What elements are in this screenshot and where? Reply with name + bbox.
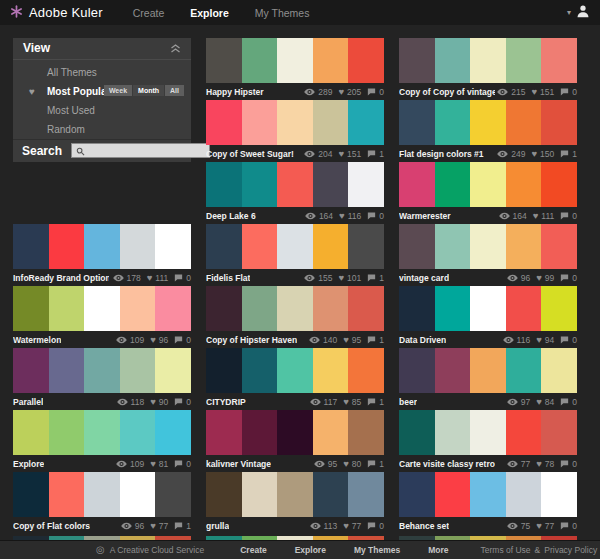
theme-swatches[interactable] bbox=[206, 100, 384, 145]
color-swatch[interactable] bbox=[13, 410, 49, 455]
color-swatch[interactable] bbox=[84, 410, 120, 455]
color-swatch[interactable] bbox=[348, 472, 384, 517]
color-swatch[interactable] bbox=[470, 224, 506, 269]
color-swatch[interactable] bbox=[84, 286, 120, 331]
color-swatch[interactable] bbox=[277, 224, 313, 269]
color-swatch[interactable] bbox=[313, 38, 349, 83]
color-swatch[interactable] bbox=[435, 472, 471, 517]
time-filter-week[interactable]: Week bbox=[104, 85, 132, 96]
theme-card[interactable]: Copy of Flat colors96♥771 bbox=[13, 472, 191, 534]
color-swatch[interactable] bbox=[399, 472, 435, 517]
color-swatch[interactable] bbox=[155, 286, 191, 331]
color-swatch[interactable] bbox=[348, 100, 384, 145]
color-swatch[interactable] bbox=[49, 472, 85, 517]
color-swatch[interactable] bbox=[399, 38, 435, 83]
color-swatch[interactable] bbox=[506, 286, 542, 331]
theme-card[interactable]: Deep Lake 6164♥1160 bbox=[206, 162, 384, 224]
color-swatch[interactable] bbox=[348, 410, 384, 455]
theme-swatches[interactable] bbox=[399, 348, 577, 393]
color-swatch[interactable] bbox=[313, 100, 349, 145]
account-menu[interactable]: ▾ bbox=[567, 4, 590, 22]
color-swatch[interactable] bbox=[277, 286, 313, 331]
color-swatch[interactable] bbox=[541, 286, 577, 331]
theme-swatches[interactable] bbox=[399, 286, 577, 331]
color-swatch[interactable] bbox=[470, 472, 506, 517]
theme-swatches[interactable] bbox=[399, 224, 577, 269]
color-swatch[interactable] bbox=[49, 224, 85, 269]
theme-card[interactable]: InfoReady Brand Option 2178♥1110 bbox=[13, 224, 191, 286]
theme-card[interactable]: grulla113♥770 bbox=[206, 472, 384, 534]
color-swatch[interactable] bbox=[155, 410, 191, 455]
color-swatch[interactable] bbox=[541, 38, 577, 83]
color-swatch[interactable] bbox=[435, 286, 471, 331]
theme-card[interactable]: Parallel118♥900 bbox=[13, 348, 191, 410]
theme-card[interactable]: Data Driven116♥940 bbox=[399, 286, 577, 348]
theme-card[interactable]: Carte visite classy retro77♥780 bbox=[399, 410, 577, 472]
theme-swatches[interactable] bbox=[206, 472, 384, 517]
color-swatch[interactable] bbox=[13, 472, 49, 517]
color-swatch[interactable] bbox=[242, 224, 278, 269]
theme-swatches[interactable] bbox=[206, 410, 384, 455]
color-swatch[interactable] bbox=[277, 348, 313, 393]
theme-swatches[interactable] bbox=[13, 410, 191, 455]
color-swatch[interactable] bbox=[313, 348, 349, 393]
color-swatch[interactable] bbox=[206, 100, 242, 145]
color-swatch[interactable] bbox=[13, 286, 49, 331]
nav-explore[interactable]: Explore bbox=[190, 7, 229, 19]
nav-my-themes[interactable]: My Themes bbox=[255, 7, 310, 19]
color-swatch[interactable] bbox=[49, 286, 85, 331]
color-swatch[interactable] bbox=[206, 224, 242, 269]
color-swatch[interactable] bbox=[313, 162, 349, 207]
color-swatch[interactable] bbox=[120, 410, 156, 455]
theme-swatches[interactable] bbox=[206, 38, 384, 83]
color-swatch[interactable] bbox=[435, 100, 471, 145]
color-swatch[interactable] bbox=[155, 472, 191, 517]
privacy-policy-link[interactable]: Privacy Policy bbox=[544, 545, 597, 555]
theme-swatches[interactable] bbox=[206, 348, 384, 393]
color-swatch[interactable] bbox=[506, 472, 542, 517]
color-swatch[interactable] bbox=[506, 348, 542, 393]
footer-link-more[interactable]: More bbox=[428, 545, 448, 555]
color-swatch[interactable] bbox=[313, 286, 349, 331]
color-swatch[interactable] bbox=[506, 410, 542, 455]
color-swatch[interactable] bbox=[120, 472, 156, 517]
color-swatch[interactable] bbox=[277, 410, 313, 455]
filter-most-popular[interactable]: ♥ Most Popular Week Month All bbox=[13, 82, 191, 101]
nav-create[interactable]: Create bbox=[133, 7, 165, 19]
theme-swatches[interactable] bbox=[399, 410, 577, 455]
color-swatch[interactable] bbox=[277, 162, 313, 207]
color-swatch[interactable] bbox=[206, 162, 242, 207]
color-swatch[interactable] bbox=[155, 348, 191, 393]
color-swatch[interactable] bbox=[506, 38, 542, 83]
color-swatch[interactable] bbox=[541, 410, 577, 455]
theme-card[interactable]: Copy of Sweet Sugar!204♥1511 bbox=[206, 100, 384, 162]
color-swatch[interactable] bbox=[13, 348, 49, 393]
color-swatch[interactable] bbox=[313, 472, 349, 517]
color-swatch[interactable] bbox=[399, 224, 435, 269]
color-swatch[interactable] bbox=[49, 348, 85, 393]
color-swatch[interactable] bbox=[506, 100, 542, 145]
color-swatch[interactable] bbox=[348, 348, 384, 393]
footer-link-create[interactable]: Create bbox=[240, 545, 266, 555]
color-swatch[interactable] bbox=[541, 224, 577, 269]
filter-random[interactable]: Random bbox=[13, 120, 191, 139]
color-swatch[interactable] bbox=[13, 224, 49, 269]
color-swatch[interactable] bbox=[84, 224, 120, 269]
color-swatch[interactable] bbox=[435, 38, 471, 83]
theme-swatches[interactable] bbox=[13, 348, 191, 393]
view-panel-header[interactable]: View bbox=[13, 38, 191, 60]
theme-card[interactable]: Copy of Copy of vintage ca...215♥1510 bbox=[399, 38, 577, 100]
color-swatch[interactable] bbox=[155, 224, 191, 269]
color-swatch[interactable] bbox=[399, 410, 435, 455]
search-input[interactable] bbox=[88, 146, 205, 156]
color-swatch[interactable] bbox=[120, 286, 156, 331]
footer-link-my-themes[interactable]: My Themes bbox=[354, 545, 400, 555]
color-swatch[interactable] bbox=[242, 286, 278, 331]
color-swatch[interactable] bbox=[541, 162, 577, 207]
color-swatch[interactable] bbox=[399, 100, 435, 145]
color-swatch[interactable] bbox=[470, 410, 506, 455]
theme-card[interactable]: Behance set75♥770 bbox=[399, 472, 577, 534]
theme-card[interactable]: Fidelis Flat155♥1011 bbox=[206, 224, 384, 286]
color-swatch[interactable] bbox=[206, 348, 242, 393]
collapse-chevrons-icon[interactable] bbox=[170, 39, 181, 57]
